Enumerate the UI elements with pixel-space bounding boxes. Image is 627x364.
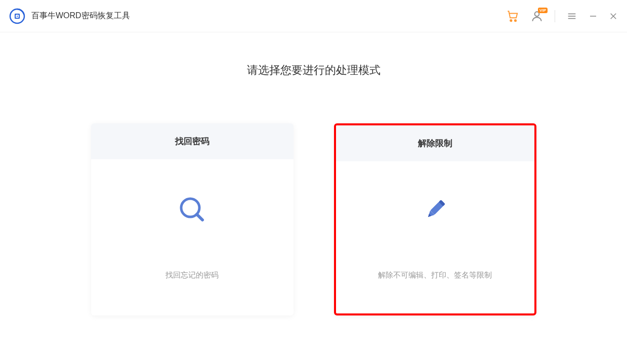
magnifier-icon	[177, 195, 207, 225]
svg-point-5	[515, 20, 516, 21]
card-title: 解除限制	[336, 138, 534, 149]
card-title: 找回密码	[91, 135, 294, 147]
app-title: 百事牛WORD密码恢复工具	[31, 11, 130, 21]
divider	[555, 10, 555, 22]
card-header: 解除限制	[336, 125, 534, 161]
card-body: 找回忘记的密码	[91, 159, 294, 315]
main-content: 请选择您要进行的处理模式 找回密码 找回忘记的密码 解除限制	[0, 32, 627, 315]
minimize-icon[interactable]	[589, 12, 598, 21]
close-icon[interactable]	[609, 12, 618, 21]
card-remove-restriction[interactable]: 解除限制 解除不可编辑、打印、签名等限制	[334, 123, 536, 315]
card-description: 找回忘记的密码	[165, 270, 219, 280]
user-icon[interactable]: VIP	[530, 10, 544, 23]
card-description: 解除不可编辑、打印、签名等限制	[378, 270, 492, 280]
pencil-icon	[420, 195, 450, 225]
card-header: 找回密码	[91, 123, 294, 159]
vip-badge: VIP	[538, 8, 548, 13]
app-logo-icon	[9, 8, 25, 24]
main-heading: 请选择您要进行的处理模式	[0, 63, 627, 78]
svg-point-4	[510, 20, 512, 21]
menu-icon[interactable]	[566, 11, 577, 22]
title-left: 百事牛WORD密码恢复工具	[9, 8, 130, 24]
card-recover-password[interactable]: 找回密码 找回忘记的密码	[91, 123, 294, 315]
title-right: VIP	[506, 10, 618, 23]
svg-point-14	[184, 202, 190, 208]
cart-icon[interactable]	[506, 10, 519, 23]
cards-container: 找回密码 找回忘记的密码 解除限制	[0, 123, 627, 315]
card-body: 解除不可编辑、打印、签名等限制	[336, 161, 534, 313]
svg-rect-3	[17, 16, 18, 17]
title-bar: 百事牛WORD密码恢复工具 VIP	[0, 0, 627, 32]
